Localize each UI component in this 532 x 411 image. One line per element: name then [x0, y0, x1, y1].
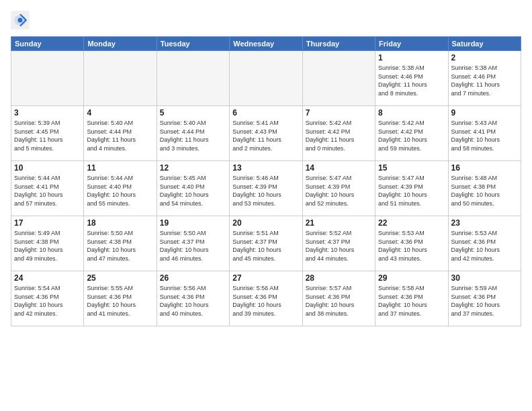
day-detail: Sunrise: 5:56 AM Sunset: 4:36 PM Dayligh… [232, 284, 299, 318]
calendar-cell: 21Sunrise: 5:52 AM Sunset: 4:37 PM Dayli… [302, 216, 375, 271]
week-row-0: 1Sunrise: 5:38 AM Sunset: 4:46 PM Daylig… [11, 51, 521, 106]
svg-point-1 [18, 18, 23, 23]
day-detail: Sunrise: 5:47 AM Sunset: 4:39 PM Dayligh… [378, 174, 445, 208]
day-detail: Sunrise: 5:54 AM Sunset: 4:36 PM Dayligh… [14, 284, 81, 318]
day-number: 11 [87, 163, 153, 173]
day-detail: Sunrise: 5:56 AM Sunset: 4:36 PM Dayligh… [160, 284, 226, 318]
day-detail: Sunrise: 5:51 AM Sunset: 4:37 PM Dayligh… [232, 229, 299, 263]
day-detail: Sunrise: 5:39 AM Sunset: 4:45 PM Dayligh… [14, 119, 81, 152]
calendar-cell [157, 51, 229, 106]
day-number: 1 [378, 53, 445, 62]
day-number: 5 [160, 108, 226, 118]
day-number: 28 [306, 273, 372, 283]
day-number: 17 [14, 218, 81, 228]
day-number: 9 [451, 108, 518, 118]
day-detail: Sunrise: 5:42 AM Sunset: 4:42 PM Dayligh… [306, 119, 372, 152]
day-number: 29 [378, 273, 445, 283]
calendar-cell: 17Sunrise: 5:49 AM Sunset: 4:38 PM Dayli… [11, 216, 84, 271]
calendar-cell: 6Sunrise: 5:41 AM Sunset: 4:43 PM Daylig… [230, 106, 302, 161]
day-number: 22 [378, 218, 445, 228]
weekday-header-sunday: Sunday [11, 37, 84, 51]
weekday-header-monday: Monday [84, 37, 157, 51]
calendar-cell: 13Sunrise: 5:46 AM Sunset: 4:39 PM Dayli… [230, 161, 302, 216]
calendar-cell: 11Sunrise: 5:44 AM Sunset: 4:40 PM Dayli… [84, 161, 157, 216]
calendar-cell: 24Sunrise: 5:54 AM Sunset: 4:36 PM Dayli… [11, 271, 84, 326]
calendar-cell: 10Sunrise: 5:44 AM Sunset: 4:41 PM Dayli… [11, 161, 84, 216]
calendar-header: SundayMondayTuesdayWednesdayThursdayFrid… [11, 37, 521, 51]
day-number: 7 [306, 108, 372, 118]
calendar-cell: 23Sunrise: 5:53 AM Sunset: 4:36 PM Dayli… [448, 216, 521, 271]
day-detail: Sunrise: 5:44 AM Sunset: 4:40 PM Dayligh… [87, 174, 153, 208]
week-row-2: 10Sunrise: 5:44 AM Sunset: 4:41 PM Dayli… [11, 161, 521, 216]
day-number: 24 [14, 273, 81, 283]
day-detail: Sunrise: 5:40 AM Sunset: 4:44 PM Dayligh… [160, 119, 226, 152]
calendar-cell [230, 51, 302, 106]
calendar-body: 1Sunrise: 5:38 AM Sunset: 4:46 PM Daylig… [11, 51, 521, 326]
calendar-cell: 25Sunrise: 5:55 AM Sunset: 4:36 PM Dayli… [84, 271, 157, 326]
logo [11, 11, 32, 30]
day-number: 25 [87, 273, 153, 283]
day-detail: Sunrise: 5:40 AM Sunset: 4:44 PM Dayligh… [87, 119, 153, 152]
day-detail: Sunrise: 5:42 AM Sunset: 4:42 PM Dayligh… [378, 119, 445, 152]
day-number: 23 [451, 218, 518, 228]
day-detail: Sunrise: 5:49 AM Sunset: 4:38 PM Dayligh… [14, 229, 81, 263]
calendar-cell: 20Sunrise: 5:51 AM Sunset: 4:37 PM Dayli… [230, 216, 302, 271]
weekday-header-friday: Friday [375, 37, 448, 51]
day-number: 4 [87, 108, 153, 118]
day-detail: Sunrise: 5:50 AM Sunset: 4:38 PM Dayligh… [87, 229, 153, 263]
day-number: 20 [232, 218, 299, 228]
day-detail: Sunrise: 5:52 AM Sunset: 4:37 PM Dayligh… [306, 229, 372, 263]
day-detail: Sunrise: 5:59 AM Sunset: 4:36 PM Dayligh… [451, 284, 518, 318]
calendar-cell: 19Sunrise: 5:50 AM Sunset: 4:37 PM Dayli… [157, 216, 229, 271]
day-number: 2 [451, 53, 518, 62]
calendar-cell: 27Sunrise: 5:56 AM Sunset: 4:36 PM Dayli… [230, 271, 302, 326]
day-number: 18 [87, 218, 153, 228]
calendar-cell: 7Sunrise: 5:42 AM Sunset: 4:42 PM Daylig… [302, 106, 375, 161]
day-detail: Sunrise: 5:43 AM Sunset: 4:41 PM Dayligh… [451, 119, 518, 152]
week-row-1: 3Sunrise: 5:39 AM Sunset: 4:45 PM Daylig… [11, 106, 521, 161]
calendar-cell [11, 51, 84, 106]
calendar-cell: 1Sunrise: 5:38 AM Sunset: 4:46 PM Daylig… [375, 51, 448, 106]
day-detail: Sunrise: 5:53 AM Sunset: 4:36 PM Dayligh… [378, 229, 445, 263]
calendar-cell: 28Sunrise: 5:57 AM Sunset: 4:36 PM Dayli… [302, 271, 375, 326]
calendar-cell: 15Sunrise: 5:47 AM Sunset: 4:39 PM Dayli… [375, 161, 448, 216]
day-number: 13 [232, 163, 299, 173]
day-number: 10 [14, 163, 81, 173]
day-detail: Sunrise: 5:58 AM Sunset: 4:36 PM Dayligh… [378, 284, 445, 318]
calendar-cell: 4Sunrise: 5:40 AM Sunset: 4:44 PM Daylig… [84, 106, 157, 161]
calendar-cell: 9Sunrise: 5:43 AM Sunset: 4:41 PM Daylig… [448, 106, 521, 161]
calendar-cell: 8Sunrise: 5:42 AM Sunset: 4:42 PM Daylig… [375, 106, 448, 161]
day-detail: Sunrise: 5:48 AM Sunset: 4:38 PM Dayligh… [451, 174, 518, 208]
day-detail: Sunrise: 5:57 AM Sunset: 4:36 PM Dayligh… [306, 284, 372, 318]
day-detail: Sunrise: 5:41 AM Sunset: 4:43 PM Dayligh… [232, 119, 299, 152]
header [11, 11, 521, 30]
calendar-cell: 14Sunrise: 5:47 AM Sunset: 4:39 PM Dayli… [302, 161, 375, 216]
weekday-header-thursday: Thursday [302, 37, 375, 51]
day-number: 6 [232, 108, 299, 118]
calendar-cell: 2Sunrise: 5:38 AM Sunset: 4:46 PM Daylig… [448, 51, 521, 106]
day-detail: Sunrise: 5:45 AM Sunset: 4:40 PM Dayligh… [160, 174, 226, 208]
day-detail: Sunrise: 5:55 AM Sunset: 4:36 PM Dayligh… [87, 284, 153, 318]
calendar-cell: 26Sunrise: 5:56 AM Sunset: 4:36 PM Dayli… [157, 271, 229, 326]
calendar-cell: 16Sunrise: 5:48 AM Sunset: 4:38 PM Dayli… [448, 161, 521, 216]
day-number: 19 [160, 218, 226, 228]
day-detail: Sunrise: 5:38 AM Sunset: 4:46 PM Dayligh… [451, 64, 518, 97]
day-number: 12 [160, 163, 226, 173]
day-number: 15 [378, 163, 445, 173]
weekday-row: SundayMondayTuesdayWednesdayThursdayFrid… [11, 37, 521, 51]
calendar-cell: 22Sunrise: 5:53 AM Sunset: 4:36 PM Dayli… [375, 216, 448, 271]
day-number: 3 [14, 108, 81, 118]
day-number: 21 [306, 218, 372, 228]
weekday-header-wednesday: Wednesday [230, 37, 302, 51]
logo-icon [11, 11, 30, 30]
day-detail: Sunrise: 5:38 AM Sunset: 4:46 PM Dayligh… [378, 64, 445, 97]
day-detail: Sunrise: 5:53 AM Sunset: 4:36 PM Dayligh… [451, 229, 518, 263]
calendar-cell: 12Sunrise: 5:45 AM Sunset: 4:40 PM Dayli… [157, 161, 229, 216]
calendar-cell [302, 51, 375, 106]
day-number: 27 [232, 273, 299, 283]
calendar-cell: 29Sunrise: 5:58 AM Sunset: 4:36 PM Dayli… [375, 271, 448, 326]
day-number: 30 [451, 273, 518, 283]
week-row-4: 24Sunrise: 5:54 AM Sunset: 4:36 PM Dayli… [11, 271, 521, 326]
day-detail: Sunrise: 5:47 AM Sunset: 4:39 PM Dayligh… [306, 174, 372, 208]
calendar: SundayMondayTuesdayWednesdayThursdayFrid… [11, 36, 521, 326]
